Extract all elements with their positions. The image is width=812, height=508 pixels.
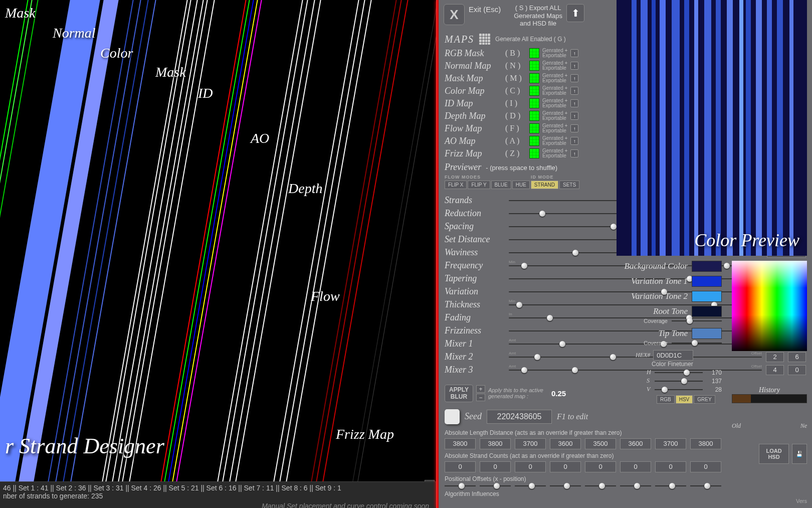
- abs-count-1[interactable]: 0: [480, 461, 511, 472]
- root-label: Root Tone: [653, 306, 688, 316]
- seed-label: Seed: [465, 411, 482, 422]
- tip-coverage-slider[interactable]: [672, 343, 722, 344]
- s-slider[interactable]: [655, 381, 703, 382]
- status-sets: 46 || Set 1 : 41 || Set 2 : 36 || Set 3 …: [3, 484, 433, 492]
- bg-color-swatch[interactable]: [692, 261, 722, 272]
- map-export-icon[interactable]: ↑: [570, 49, 578, 57]
- apply-hint: Apply this to the active generated map :: [488, 387, 548, 399]
- blur-value: 0.25: [551, 389, 566, 398]
- abs-count-4[interactable]: 0: [585, 461, 616, 472]
- map-export-icon[interactable]: ↑: [570, 87, 578, 95]
- h-slider[interactable]: [655, 372, 703, 373]
- map-enabled-icon[interactable]: [529, 148, 539, 158]
- map-enabled-icon[interactable]: [529, 48, 539, 58]
- space-grey[interactable]: GREY: [694, 395, 715, 404]
- map-export-icon[interactable]: ↑: [570, 137, 578, 145]
- abs-length-3[interactable]: 3600: [550, 438, 581, 449]
- map-export-icon[interactable]: ↑: [570, 62, 578, 70]
- load-hsd-button[interactable]: LOADHSD: [759, 444, 789, 464]
- map-export-icon[interactable]: ↑: [570, 149, 578, 157]
- abs-count-6[interactable]: 0: [655, 461, 686, 472]
- apply-blur-button[interactable]: APPLYBLUR: [445, 385, 473, 402]
- hex-input[interactable]: 0D0D1C: [653, 350, 693, 361]
- main-viewport[interactable]: Mask Normal Color Mask ID AO Depth Flow …: [0, 0, 436, 481]
- map-name: Normal Map: [445, 61, 502, 71]
- map-export-icon[interactable]: ↑: [570, 112, 578, 120]
- history-title: History: [732, 386, 807, 394]
- abs-length-5[interactable]: 3600: [620, 438, 651, 449]
- bg-color-label: Background Color: [625, 261, 688, 271]
- root-swatch[interactable]: [692, 306, 722, 317]
- abs-count-3[interactable]: 0: [550, 461, 581, 472]
- mode-sets[interactable]: SETS: [559, 181, 579, 189]
- blur-minus-button[interactable]: −: [476, 394, 485, 401]
- pos-offset-slider-3[interactable]: [550, 485, 581, 486]
- root-coverage-slider[interactable]: [672, 320, 722, 321]
- map-status: Genrated +Exportable: [542, 86, 567, 96]
- pos-offset-slider-7[interactable]: [690, 485, 721, 486]
- pos-offset-slider-6[interactable]: [655, 485, 686, 486]
- map-enabled-icon[interactable]: [529, 86, 539, 96]
- v-slider[interactable]: [655, 389, 703, 390]
- abs-count-0[interactable]: 0: [445, 461, 476, 472]
- pos-offset-slider-5[interactable]: [620, 485, 651, 486]
- map-enabled-icon[interactable]: [529, 73, 539, 83]
- close-button[interactable]: X: [444, 4, 465, 25]
- color-picker[interactable]: [732, 261, 807, 351]
- map-status: Genrated +Exportable: [542, 136, 567, 146]
- map-hotkey: ( A ): [505, 136, 526, 145]
- export-button[interactable]: ⬆: [566, 4, 584, 22]
- mode-flip-x[interactable]: FLIP X: [445, 181, 467, 189]
- generate-all-label[interactable]: Generate All Enabled ( G ): [495, 36, 566, 43]
- var1-swatch[interactable]: [692, 276, 722, 287]
- var2-swatch[interactable]: [692, 291, 722, 302]
- map-enabled-icon[interactable]: [529, 111, 539, 121]
- mode-flip-y[interactable]: FLIP Y: [468, 181, 490, 189]
- mode-hue[interactable]: HUE: [512, 181, 530, 189]
- mode-blue[interactable]: BLUE: [491, 181, 511, 189]
- s-label: S: [647, 377, 652, 385]
- map-hotkey: ( M ): [505, 74, 526, 83]
- pos-offset-slider-4[interactable]: [585, 485, 616, 486]
- abs-length-7[interactable]: 3800: [690, 438, 721, 449]
- s-value: 137: [706, 378, 722, 385]
- map-status: Genrated +Exportable: [542, 98, 567, 108]
- map-export-icon[interactable]: ↑: [570, 99, 578, 107]
- map-name: Color Map: [445, 86, 502, 96]
- abs-length-1[interactable]: 3800: [480, 438, 511, 449]
- seed-input[interactable]: 2202438605: [487, 410, 552, 424]
- pos-offset-slider-1[interactable]: [480, 485, 511, 486]
- abs-length-4[interactable]: 3500: [585, 438, 616, 449]
- map-label-depth: Depth: [288, 181, 322, 197]
- previewer-hint: - (press space to shuffle): [486, 164, 557, 172]
- color-preview-thumbnail: Color Preview: [617, 0, 807, 256]
- save-button[interactable]: 💾: [792, 444, 807, 464]
- pos-offset-slider-0[interactable]: [445, 485, 476, 486]
- abs-length-2[interactable]: 3700: [515, 438, 546, 449]
- map-export-icon[interactable]: ↑: [570, 124, 578, 132]
- map-export-icon[interactable]: ↑: [570, 74, 578, 82]
- abs-count-5[interactable]: 0: [620, 461, 651, 472]
- abs-length-6[interactable]: 3700: [655, 438, 686, 449]
- blur-plus-button[interactable]: +: [476, 385, 485, 393]
- dice-icon[interactable]: [445, 409, 460, 424]
- map-status: Genrated +Exportable: [542, 73, 567, 83]
- map-enabled-icon[interactable]: [529, 61, 539, 71]
- tip-swatch[interactable]: [692, 328, 722, 339]
- flow-modes-header: FLOW MODES: [445, 175, 481, 180]
- map-enabled-icon[interactable]: [529, 123, 539, 133]
- map-enabled-icon[interactable]: [529, 136, 539, 146]
- history-strip[interactable]: [732, 394, 807, 403]
- map-name: Flow Map: [445, 123, 502, 134]
- pos-offset-slider-2[interactable]: [515, 485, 546, 486]
- grid-icon[interactable]: [479, 34, 490, 45]
- map-enabled-icon[interactable]: [529, 98, 539, 108]
- mode-strand[interactable]: STRAND: [531, 181, 558, 189]
- space-hsv[interactable]: HSV: [676, 395, 693, 404]
- status-footer: Manual Set placement and curve control c…: [3, 502, 433, 508]
- abs-count-7[interactable]: 0: [690, 461, 721, 472]
- abs-count-2[interactable]: 0: [515, 461, 546, 472]
- space-rgb[interactable]: RGB: [657, 395, 675, 404]
- abs-length-0[interactable]: 3800: [445, 438, 476, 449]
- map-hotkey: ( I ): [505, 99, 526, 108]
